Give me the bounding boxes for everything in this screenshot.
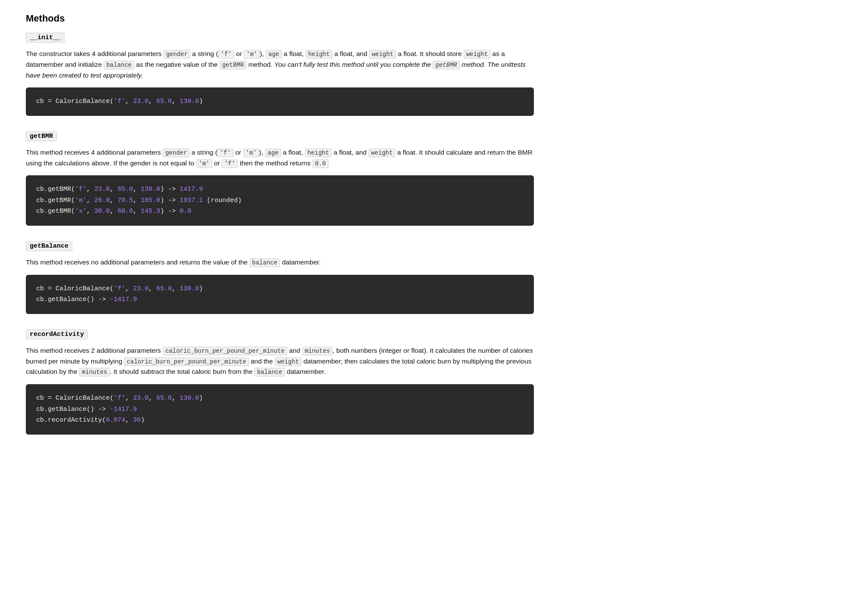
param-minutes: minutes [302,347,333,355]
val-f-check: 'f' [222,159,238,168]
method-getBalance-description: This method receives no additional param… [26,257,534,268]
param-balance-init: balance [104,61,134,69]
section-title: Methods [26,13,534,24]
param-weight-init: weight [369,50,396,59]
method-recordActivity-description: This method receives 2 additional parame… [26,345,534,377]
code-init-line: cb = CaloricBalance('f', 23.0, 65.0, 130… [36,98,203,105]
val-m-getBMR: 'm' [243,149,259,157]
method-init-description: The constructor takes 4 additional param… [26,49,534,81]
code-recordActivity-line2: cb.getBalance() -> -1417.9 [36,404,524,415]
val-zero: 0.0 [313,159,329,168]
code-getBalance-line2: cb.getBalance() -> -1417.9 [36,294,524,305]
code-getBMR-line1: cb.getBMR('f', 23.0, 65.0, 130.0) -> 141… [36,184,524,195]
param-height-getBMR: height [305,149,332,157]
method-getBMR: getBMR This method receives 4 additional… [26,131,534,226]
method-init: __init__ The constructor takes 4 additio… [26,33,534,116]
param-weight-record: weight [275,357,301,366]
method-recordActivity: recordActivity This method receives 2 ad… [26,329,534,435]
method-getBalance-header: getBalance [26,241,72,251]
code-block-recordActivity: cb = CaloricBalance('f', 23.0, 65.0, 130… [26,384,534,435]
method-getBalance: getBalance This method receives no addit… [26,241,534,314]
param-height-init: height [306,50,332,59]
param-balance-record: balance [254,368,285,376]
param-weight-store: weight [464,50,490,59]
code-block-init: cb = CaloricBalance('f', 23.0, 65.0, 130… [26,87,534,116]
param-age-init: age [266,50,282,59]
param-caloric-burn-2: caloric_burn_per_pound_per_minute [124,357,248,366]
method-getBMR-ref: getBMR [220,61,246,69]
param-gender-getBMR: gender [163,149,189,157]
method-getBMR-header: getBMR [26,131,57,141]
val-f-init: 'f' [218,50,234,59]
method-recordActivity-header: recordActivity [26,329,88,339]
val-m-check: 'm' [196,159,212,168]
code-recordActivity-line3: cb.recordActivity(0.074, 30) [36,415,524,426]
code-getBalance-line1: cb = CaloricBalance('f', 23.0, 65.0, 130… [36,283,524,295]
code-getBMR-line3: cb.getBMR('x', 30.0, 60.0, 145.3) -> 0.0 [36,206,524,217]
method-getBMR-description: This method receives 4 additional parame… [26,147,534,169]
code-getBMR-line2: cb.getBMR('m', 26.0, 70.5, 185.0) -> 193… [36,195,524,206]
param-balance-getBalance: balance [250,258,280,267]
param-caloric-burn: caloric_burn_per_pound_per_minute [163,347,287,355]
param-weight-getBMR: weight [369,149,395,157]
method-getBMR-italic-ref: getBMR [433,61,459,69]
code-recordActivity-line1: cb = CaloricBalance('f', 23.0, 65.0, 130… [36,393,524,404]
val-m-init: 'm' [244,50,260,59]
method-init-header: __init__ [26,33,65,43]
code-block-getBMR: cb.getBMR('f', 23.0, 65.0, 130.0) -> 141… [26,175,534,226]
param-minutes-2: minutes [79,368,110,376]
code-block-getBalance: cb = CaloricBalance('f', 23.0, 65.0, 130… [26,275,534,314]
val-f-getBMR: 'f' [217,149,233,157]
param-age-getBMR: age [265,149,281,157]
param-gender-init: gender [164,50,190,59]
